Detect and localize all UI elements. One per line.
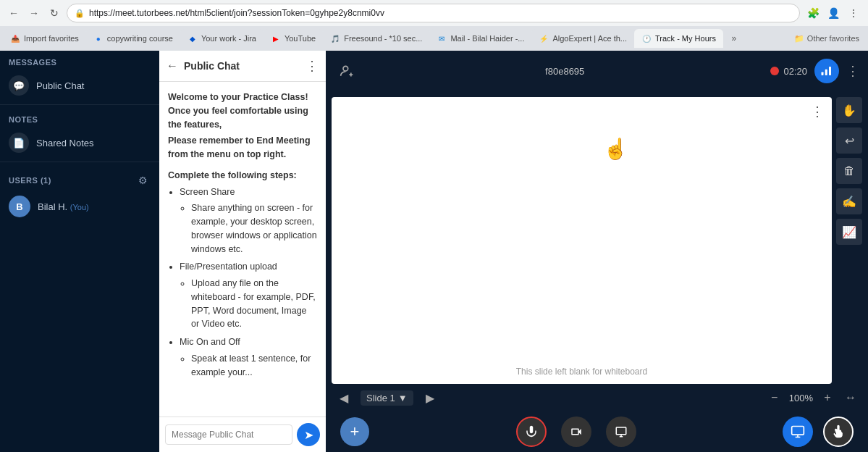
chat-back-button[interactable]: ←: [167, 59, 178, 72]
whiteboard-area: ⋮ ☝️ This slide left blank for whiteboar…: [332, 97, 832, 384]
url-text: https://meet.tutorbees.net/html5client/j…: [89, 8, 792, 18]
browser-toolbar-icons: 🧩 👤 ⋮: [804, 4, 862, 22]
tab-import-favicon: 📥: [10, 33, 20, 43]
user-you-label: (You): [70, 203, 89, 212]
app-container: MESSAGES 💬 Public Chat NOTES 📄 Shared No…: [0, 51, 868, 452]
whiteboard-container: ⋮ ☝️ This slide left blank for whiteboar…: [326, 91, 868, 411]
tab-freesound-label: Freesound - *10 sec...: [344, 34, 422, 43]
tab-mail-favicon: ✉: [437, 33, 447, 43]
mute-button[interactable]: [516, 417, 547, 447]
screen-share-button[interactable]: [606, 417, 636, 447]
steps-header: Complete the following steps:: [168, 169, 317, 183]
sidebar-item-shared-notes[interactable]: 📄 Shared Notes: [0, 127, 159, 159]
tab-copywriting[interactable]: ● copywriting course: [86, 29, 180, 48]
profile-btn[interactable]: 👤: [825, 4, 842, 22]
slide-nav-right: − 100% + ↔: [766, 389, 859, 406]
shared-notes-label: Shared Notes: [36, 138, 94, 148]
raise-hand-button[interactable]: [823, 417, 854, 447]
tab-copywriting-label: copywriting course: [107, 34, 173, 43]
users-section-label: USERS (1): [9, 176, 51, 185]
public-chat-label: Public Chat: [36, 80, 84, 91]
chart-tool-button[interactable]: 📈: [836, 219, 862, 245]
chat-input[interactable]: [165, 424, 292, 445]
sidebar-divider-2: [0, 162, 159, 162]
present-button[interactable]: [783, 417, 813, 447]
top-bar: f80e8695 02:20 ⋮: [326, 51, 868, 91]
bottom-left: +: [340, 417, 369, 446]
tabs-overflow-btn[interactable]: »: [726, 30, 742, 46]
extensions-btn[interactable]: 🧩: [804, 4, 822, 22]
tab-youtube-favicon: ▶: [271, 33, 281, 43]
fit-screen-button[interactable]: ↔: [842, 389, 859, 406]
step-mic-detail: Speak at least 1 sentence, for example y…: [191, 352, 317, 380]
signal-button[interactable]: [814, 59, 839, 83]
slide-blank-text: This slide left blank for whiteboard: [332, 367, 832, 384]
svg-rect-4: [792, 427, 804, 435]
back-button[interactable]: ←: [6, 5, 22, 21]
chat-options-button[interactable]: ⋮: [306, 58, 319, 74]
zoom-level: 100%: [789, 393, 813, 403]
chat-title: Public Chat: [184, 60, 300, 72]
reload-button[interactable]: ↻: [46, 5, 62, 21]
svg-point-0: [343, 66, 348, 71]
step-file-upload: File/Presentation upload Upload any file…: [180, 260, 317, 331]
top-more-button[interactable]: ⋮: [846, 63, 859, 79]
slide-selector[interactable]: Slide 1 ▼: [361, 390, 413, 406]
bottom-bar: +: [326, 411, 868, 452]
delete-tool-button[interactable]: 🗑: [836, 158, 862, 184]
steps-list: Screen Share Share anything on screen - …: [168, 185, 317, 380]
recording-time: 02:20: [783, 66, 807, 77]
tab-freesound-favicon: 🎵: [330, 33, 340, 43]
tab-youtube-label: YouTube: [285, 34, 316, 43]
add-user-button[interactable]: [334, 59, 359, 83]
slide-next-button[interactable]: ▶: [421, 388, 439, 407]
bottom-center: [516, 417, 636, 447]
step-file-upload-detail: Upload any file on the whiteboard - for …: [191, 277, 317, 331]
address-bar[interactable]: 🔒 https://meet.tutorbees.net/html5client…: [67, 4, 800, 22]
messages-section-label: MESSAGES: [0, 51, 159, 70]
tab-freesound[interactable]: 🎵 Freesound - *10 sec...: [323, 29, 429, 48]
tab-mail[interactable]: ✉ Mail - Bilal Haider -...: [429, 29, 531, 48]
annotate-tool-button[interactable]: ✍: [836, 188, 862, 214]
tab-jira[interactable]: ◆ Your work - Jira: [180, 29, 264, 48]
slide-label: Slide 1: [366, 393, 395, 403]
camera-button[interactable]: [561, 417, 591, 447]
sidebar: MESSAGES 💬 Public Chat NOTES 📄 Shared No…: [0, 51, 159, 452]
tab-jira-favicon: ◆: [187, 33, 198, 43]
hand-tool-button[interactable]: ✋: [836, 97, 862, 123]
browser-toolbar: ← → ↻ 🔒 https://meet.tutorbees.net/html5…: [0, 0, 868, 26]
slide-prev-button[interactable]: ◀: [334, 388, 353, 407]
right-toolbar: ✋ ↩ 🗑 ✍ 📈: [836, 97, 862, 245]
tab-track[interactable]: 🕐 Track - My Hours: [634, 29, 723, 48]
forward-button[interactable]: →: [26, 5, 42, 21]
menu-btn[interactable]: ⋮: [845, 4, 862, 22]
recording-indicator: 02:20: [770, 66, 807, 77]
slide-navigation: ◀ Slide 1 ▼ ▶ − 100% + ↔: [326, 384, 868, 411]
zoom-in-button[interactable]: +: [819, 389, 836, 406]
tab-jira-label: Your work - Jira: [201, 34, 256, 43]
user-item-bilal[interactable]: B Bilal H. (You): [0, 191, 159, 222]
notes-icon: 📄: [9, 133, 29, 153]
chat-header: ← Public Chat ⋮: [159, 51, 326, 82]
bottom-right: [783, 417, 854, 447]
zoom-out-button[interactable]: −: [766, 389, 783, 406]
tab-import-label: Import favorites: [24, 34, 79, 43]
tab-import[interactable]: 📥 Import favorites: [3, 29, 86, 48]
svg-rect-2: [825, 70, 827, 75]
other-favorites-label: Other favorites: [807, 34, 859, 43]
undo-tool-button[interactable]: ↩: [836, 127, 862, 154]
svg-rect-1: [822, 72, 824, 76]
tab-algoexpert-label: AlgoExpert | Ace th...: [552, 34, 627, 43]
chat-send-button[interactable]: ➤: [297, 423, 320, 446]
tab-algoexpert[interactable]: ⚡ AlgoExpert | Ace th...: [531, 29, 634, 48]
tab-copywriting-favicon: ●: [93, 33, 104, 43]
welcome-text-bold: Welcome to your Practice Class! Once you…: [168, 92, 308, 130]
sidebar-item-public-chat[interactable]: 💬 Public Chat: [0, 70, 159, 101]
users-settings-button[interactable]: ⚙: [135, 172, 151, 188]
slide-nav-left: ◀ Slide 1 ▼ ▶: [334, 388, 439, 407]
whiteboard-options-button[interactable]: ⋮: [807, 101, 827, 122]
chat-input-area: ➤: [159, 417, 326, 452]
add-action-button[interactable]: +: [340, 417, 369, 446]
tab-youtube[interactable]: ▶ YouTube: [264, 29, 323, 48]
user-name-container: Bilal H. (You): [38, 201, 89, 212]
